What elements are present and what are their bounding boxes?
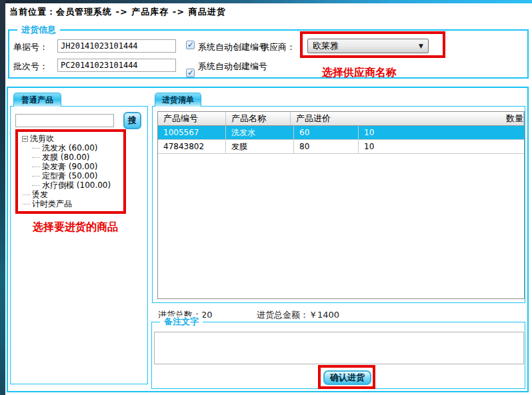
cell-product-id: 1005567 xyxy=(158,126,226,139)
table-header-cell[interactable]: 产品进价 xyxy=(291,112,501,125)
breadcrumb: 当前位置：会员管理系统 -> 产品库存 -> 商品进货 xyxy=(9,6,226,18)
remark-textarea[interactable] xyxy=(154,332,524,364)
table-header-cell[interactable]: 数量 xyxy=(501,112,524,125)
cell-product-price: 60 xyxy=(294,126,359,139)
cell-product-id: 47843802 xyxy=(158,140,226,153)
cell-product-name: 发膜 xyxy=(226,140,294,153)
purchase-info-groupbox: 进货信息 单据号： 系统自动创建编号 供应商： 欧莱雅 ▼ 批次号： 系统自动创… xyxy=(8,29,529,79)
search-button[interactable]: 搜 xyxy=(123,112,141,129)
table-row[interactable]: 47843802 发膜 80 10 xyxy=(158,140,524,154)
table-row[interactable]: 1005567 洗发水 60 10 xyxy=(158,126,524,140)
confirm-purchase-button[interactable]: 确认进货 xyxy=(323,370,371,385)
total-amount-value: ￥1400 xyxy=(309,310,339,320)
batch-auto-label: 系统自动创建编号 xyxy=(198,61,267,73)
supplier-label: 供应商： xyxy=(261,41,295,53)
annotation-box-tree: 洗剪吹 洗发水 (60.00) 发膜 (80.00) 染发膏 (90.00) xyxy=(15,129,126,214)
tree-item-label: 水疗倒模 (100.00) xyxy=(42,180,111,191)
batch-auto-checkbox[interactable] xyxy=(186,69,195,77)
annotation-box-supplier xyxy=(300,31,445,58)
annotation-text-tree: 选择要进货的商品 xyxy=(33,220,118,234)
annotation-text-supplier: 选择供应商名称 xyxy=(322,66,397,80)
table-body: 1005567 洗发水 60 10 47843802 发膜 80 10 xyxy=(158,126,524,154)
remark-legend: 备注文字 xyxy=(160,316,203,327)
left-side-strip xyxy=(0,0,5,395)
tree-item-label: 计时类产品 xyxy=(32,198,72,210)
collapse-minus-icon[interactable] xyxy=(22,136,28,142)
table-header-cell[interactable]: 产品编号 xyxy=(158,112,226,125)
cell-product-price: 80 xyxy=(294,140,359,153)
order-no-input[interactable] xyxy=(57,39,176,53)
order-auto-label: 系统自动创建编号 xyxy=(198,41,267,53)
cell-quantity: 10 xyxy=(359,126,524,139)
batch-no-label: 批次号： xyxy=(13,61,48,73)
purchase-table: 产品编号 产品名称 产品进价 数量 1005567 洗发水 60 10 4784… xyxy=(157,111,525,299)
total-amount: 进货总金额：￥1400 xyxy=(257,309,339,321)
top-gradient-bar xyxy=(0,0,532,3)
cell-product-name: 洗发水 xyxy=(226,126,294,139)
tab-purchase-list[interactable]: 进货清单 xyxy=(155,93,201,107)
search-input[interactable] xyxy=(15,114,114,127)
total-amount-label: 进货总金额： xyxy=(257,310,309,320)
order-no-label: 单据号： xyxy=(13,41,48,53)
table-header-cell[interactable]: 产品名称 xyxy=(226,112,291,125)
product-panel: 搜 洗剪吹 洗发水 (60.00) 发膜 (80.00) xyxy=(10,106,148,384)
tree-item[interactable]: 计时类产品 xyxy=(21,199,123,208)
order-auto-checkbox[interactable] xyxy=(186,41,195,49)
tab-normal-products[interactable]: 普通产品 xyxy=(13,93,61,107)
product-tree: 洗剪吹 洗发水 (60.00) 发膜 (80.00) 染发膏 (90.00) xyxy=(21,134,123,208)
total-quantity-value: 20 xyxy=(201,310,213,320)
table-header-row: 产品编号 产品名称 产品进价 数量 xyxy=(158,112,524,126)
cell-quantity: 10 xyxy=(359,140,524,153)
purchase-info-legend: 进货信息 xyxy=(17,25,60,35)
batch-no-input[interactable] xyxy=(57,59,176,72)
